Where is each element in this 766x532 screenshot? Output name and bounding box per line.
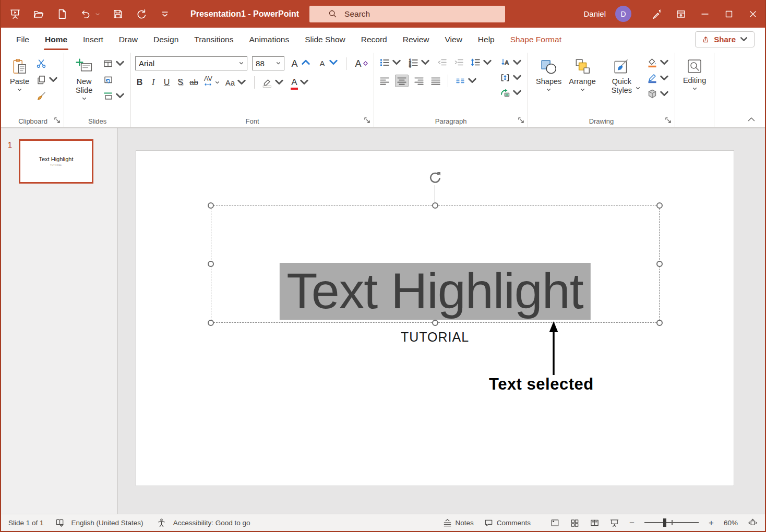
tab-view[interactable]: View (437, 28, 470, 51)
customize-qat-icon[interactable] (159, 8, 171, 20)
slide-title-text-selected[interactable]: Text Highlight (279, 263, 590, 320)
open-icon[interactable] (33, 8, 44, 20)
font-name-combo[interactable]: Arial (135, 56, 247, 70)
change-case-button[interactable]: Aa (224, 76, 248, 89)
strikethrough-button[interactable]: ab (189, 76, 198, 89)
dialog-launcher-icon[interactable] (518, 117, 525, 124)
view-normal-button[interactable] (550, 518, 560, 528)
share-button[interactable]: Share (695, 31, 755, 47)
resize-handle-bottom-center[interactable] (432, 320, 438, 326)
align-center-button[interactable] (395, 75, 409, 87)
resize-handle-top-right[interactable] (656, 202, 663, 209)
maximize-button[interactable] (717, 0, 741, 28)
fit-to-window-button[interactable] (748, 518, 758, 528)
line-spacing-button[interactable] (469, 56, 494, 69)
tab-draw[interactable]: Draw (111, 28, 146, 51)
slide-thumbnail[interactable]: Text Highlight TUTORIAL (19, 139, 93, 184)
view-reading-button[interactable] (590, 518, 600, 528)
bullets-button[interactable] (378, 56, 403, 69)
grow-font-button[interactable]: A (289, 57, 312, 70)
slide-subtitle-text[interactable]: TUTORIAL (136, 330, 734, 345)
tab-animations[interactable]: Animations (241, 28, 297, 51)
tab-review[interactable]: Review (395, 28, 437, 51)
view-slide-sorter-button[interactable] (570, 518, 580, 528)
new-file-icon[interactable] (56, 8, 68, 20)
text-shadow-button[interactable]: S (176, 76, 185, 89)
zoom-slider[interactable] (644, 522, 699, 523)
shapes-button[interactable]: Shapes (532, 56, 565, 94)
text-direction-button[interactable]: A (499, 56, 523, 69)
save-icon[interactable] (112, 8, 124, 20)
minimize-button[interactable] (693, 0, 717, 28)
clear-formatting-button[interactable]: A (353, 57, 369, 70)
rotate-handle[interactable] (427, 170, 443, 186)
resize-handle-top-left[interactable] (208, 202, 214, 209)
resize-handle-middle-left[interactable] (208, 261, 214, 267)
copy-button[interactable] (35, 74, 59, 86)
undo-dropdown-icon[interactable] (95, 11, 100, 17)
slide-canvas[interactable]: Text Highlight TUTORIAL Text selected (136, 150, 734, 486)
ribbon-display-options-button[interactable] (669, 0, 693, 28)
tab-help[interactable]: Help (470, 28, 502, 51)
tab-design[interactable]: Design (146, 28, 186, 51)
spellcheck-icon[interactable] (55, 518, 65, 528)
shape-effects-button[interactable] (646, 88, 671, 100)
tab-shape-format[interactable]: Shape Format (502, 28, 569, 51)
text-highlight-color-button[interactable] (261, 76, 285, 89)
feedback-button[interactable] (645, 0, 669, 28)
resize-handle-top-center[interactable] (432, 202, 438, 209)
avatar[interactable]: D (615, 6, 631, 22)
numbering-button[interactable]: 123 (407, 56, 432, 69)
cut-button[interactable] (35, 57, 59, 70)
reset-slide-button[interactable] (102, 74, 126, 86)
close-button[interactable] (741, 0, 765, 28)
tab-transitions[interactable]: Transitions (186, 28, 241, 51)
dialog-launcher-icon[interactable] (364, 117, 371, 124)
convert-to-smartart-button[interactable] (499, 87, 523, 99)
view-slideshow-button[interactable] (609, 518, 619, 528)
search-box[interactable]: Search (309, 6, 505, 22)
italic-button[interactable]: I (149, 76, 158, 89)
columns-button[interactable] (454, 75, 478, 87)
chevron-down-icon[interactable] (215, 80, 220, 85)
collapse-ribbon-icon[interactable] (746, 115, 757, 123)
font-size-combo[interactable]: 88 (252, 56, 284, 70)
accessibility-icon[interactable] (157, 518, 166, 528)
resize-handle-middle-right[interactable] (656, 261, 663, 267)
bold-button[interactable]: B (135, 76, 144, 89)
slide-layout-button[interactable] (102, 57, 126, 70)
user-name[interactable]: Daniel (583, 9, 606, 18)
start-slideshow-icon[interactable] (9, 8, 21, 20)
notes-toggle[interactable]: Notes (442, 518, 474, 528)
underline-button[interactable]: U (162, 76, 171, 89)
tab-slideshow[interactable]: Slide Show (297, 28, 353, 51)
justify-button[interactable] (429, 75, 442, 87)
decrease-indent-button[interactable] (436, 56, 448, 69)
comments-toggle[interactable]: Comments (484, 518, 531, 528)
character-spacing-button[interactable]: AV (203, 76, 213, 89)
tab-home[interactable]: Home (37, 28, 75, 51)
zoom-out-button[interactable]: − (629, 518, 635, 527)
resize-handle-bottom-left[interactable] (208, 320, 214, 326)
section-button[interactable] (102, 90, 126, 102)
align-text-button[interactable] (499, 71, 523, 84)
resize-handle-bottom-right[interactable] (656, 320, 663, 326)
arrange-button[interactable]: Arrange (565, 56, 600, 94)
zoom-slider-handle[interactable] (663, 518, 666, 527)
tab-file[interactable]: File (8, 28, 37, 51)
redo-icon[interactable] (136, 8, 147, 20)
dialog-launcher-icon[interactable] (665, 117, 672, 124)
font-color-button[interactable]: A (290, 76, 310, 89)
tab-record[interactable]: Record (353, 28, 395, 51)
accessibility-status[interactable]: Accessibility: Good to go (173, 519, 250, 527)
quick-styles-button[interactable]: Quick Styles (600, 56, 644, 92)
align-right-button[interactable] (413, 75, 425, 87)
zoom-in-button[interactable]: + (709, 518, 714, 527)
increase-indent-button[interactable] (452, 56, 465, 69)
zoom-level[interactable]: 60% (724, 519, 738, 527)
shape-outline-button[interactable] (646, 72, 671, 84)
shrink-font-button[interactable]: A (317, 57, 340, 70)
tab-insert[interactable]: Insert (75, 28, 111, 51)
align-left-button[interactable] (378, 75, 391, 87)
dialog-launcher-icon[interactable] (54, 117, 61, 124)
